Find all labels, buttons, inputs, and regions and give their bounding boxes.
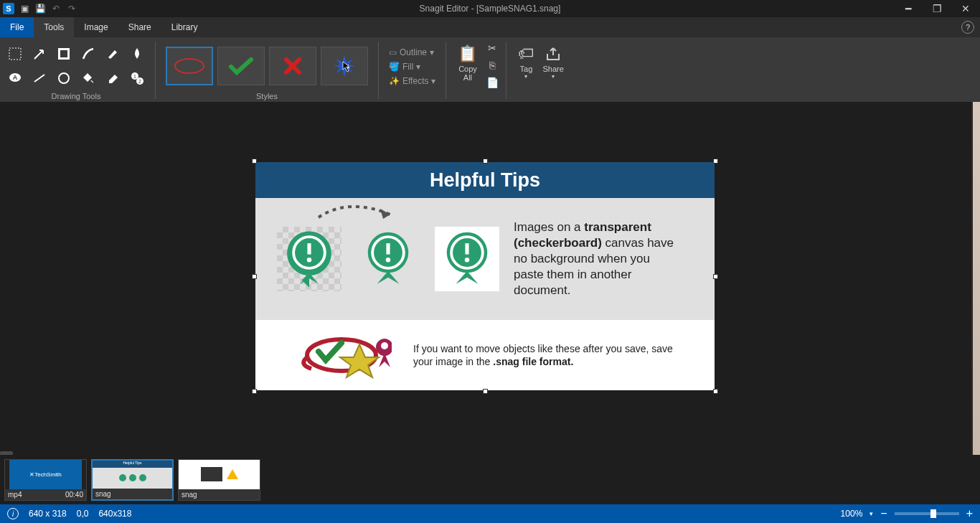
- ribbon-toolbar: A 12 Drawing Tools Styles ▭: [0, 37, 980, 102]
- resize-handle[interactable]: [483, 389, 488, 394]
- style-check-green[interactable]: [217, 47, 265, 85]
- qa-save-icon[interactable]: 💾: [34, 3, 46, 14]
- info-icon[interactable]: i: [7, 508, 19, 519]
- tool-blur[interactable]: [126, 43, 148, 65]
- workspace[interactable]: Helpful Tips Images on a transparent (ch…: [0, 102, 971, 455]
- styles-label: Styles: [256, 92, 278, 102]
- ribbon-divider: [506, 42, 507, 99]
- menu-file[interactable]: File: [0, 17, 34, 37]
- zoom-value[interactable]: 100%: [841, 509, 863, 519]
- paste-button[interactable]: 📄: [486, 76, 499, 89]
- menubar: File Tools Image Share Library ?: [0, 17, 980, 37]
- resize-handle[interactable]: [713, 274, 718, 279]
- zoom-dropdown-icon[interactable]: ▾: [870, 510, 873, 517]
- svg-point-21: [386, 258, 390, 262]
- maximize-button[interactable]: ❐: [923, 0, 951, 17]
- svg-rect-2: [60, 50, 67, 57]
- svg-point-6: [59, 73, 69, 83]
- outline-dropdown[interactable]: ▭ Outline ▾: [386, 46, 438, 59]
- resize-handle[interactable]: [713, 159, 718, 164]
- menu-image[interactable]: Image: [74, 17, 118, 37]
- minimize-button[interactable]: ━: [894, 0, 923, 17]
- pin-checker: [277, 227, 341, 291]
- objects-illustration: [291, 330, 392, 380]
- tool-callout[interactable]: A: [4, 67, 26, 89]
- ribbon-divider: [446, 42, 446, 99]
- tip1-text: Images on a transparent (checkerboard) c…: [514, 220, 679, 298]
- effects-dropdown[interactable]: ✨ Effects ▾: [386, 75, 438, 88]
- svg-point-17: [307, 258, 311, 262]
- menu-tools[interactable]: Tools: [34, 17, 74, 37]
- canvas-area: Helpful Tips Images on a transparent (ch…: [0, 102, 980, 455]
- svg-rect-24: [465, 243, 468, 254]
- tool-line[interactable]: [29, 67, 50, 89]
- pin-white: [435, 227, 499, 291]
- style-x-red[interactable]: [269, 47, 316, 85]
- tool-selection[interactable]: [4, 43, 26, 65]
- resize-handle[interactable]: [252, 159, 257, 164]
- menu-share[interactable]: Share: [118, 17, 161, 37]
- document-canvas[interactable]: Helpful Tips Images on a transparent (ch…: [255, 162, 715, 390]
- tool-shape[interactable]: [53, 67, 75, 89]
- resize-handle[interactable]: [252, 389, 257, 394]
- app-icon: S: [3, 3, 14, 14]
- tool-step[interactable]: 12: [126, 67, 148, 89]
- tool-erase[interactable]: [102, 67, 123, 89]
- tool-arrow[interactable]: [29, 43, 50, 65]
- svg-rect-16: [307, 243, 311, 254]
- svg-rect-20: [386, 243, 390, 254]
- ribbon-divider: [155, 42, 156, 99]
- copy-icon: 📋: [458, 43, 477, 65]
- svg-line-5: [34, 75, 44, 82]
- copy-all-button[interactable]: 📋 CopyAll: [453, 42, 481, 83]
- menu-library[interactable]: Library: [161, 17, 208, 37]
- thumbnail-tray: ✕TechSmith mp400:40 Helpful Tips snag sn…: [0, 455, 980, 504]
- right-panel-edge[interactable]: [973, 102, 980, 455]
- svg-marker-13: [380, 209, 390, 219]
- svg-text:2: 2: [138, 79, 141, 84]
- status-dimensions: 640 x 318: [29, 509, 67, 519]
- style-burst-blue[interactable]: [321, 47, 368, 85]
- titlebar: S ▣ 💾 ↶ ↷ Snagit Editor - [SampleSNAG1.s…: [0, 0, 980, 17]
- zoom-in-button[interactable]: +: [966, 507, 973, 520]
- help-icon[interactable]: ?: [961, 21, 974, 34]
- close-button[interactable]: ✕: [951, 0, 980, 17]
- thumbnail-1[interactable]: ✕TechSmith mp400:40: [4, 459, 87, 501]
- svg-point-25: [465, 258, 469, 262]
- copy-button[interactable]: ⎘: [486, 59, 499, 72]
- fill-dropdown[interactable]: 🪣 Fill ▾: [386, 60, 438, 73]
- svg-rect-0: [9, 48, 21, 60]
- resize-handle[interactable]: [252, 274, 257, 279]
- tool-pen[interactable]: [77, 43, 99, 65]
- zoom-out-button[interactable]: −: [880, 507, 887, 520]
- tag-button[interactable]: 🏷 Tag ▾: [514, 42, 538, 81]
- statusbar: i 640 x 318 0,0 640x318 100% ▾ − +: [0, 504, 980, 523]
- qa-capture-icon[interactable]: ▣: [19, 3, 30, 14]
- share-icon: [545, 43, 562, 65]
- tip2-text: If you want to move objects like these a…: [413, 342, 679, 368]
- cut-button[interactable]: ✂: [486, 42, 499, 55]
- svg-point-28: [381, 342, 388, 349]
- qa-undo-icon[interactable]: ↶: [50, 3, 62, 14]
- svg-text:1: 1: [133, 74, 136, 79]
- tag-icon: 🏷: [518, 43, 534, 65]
- qa-redo-icon[interactable]: ↷: [66, 3, 77, 14]
- pin-transparent: [356, 227, 420, 291]
- thumbnail-2[interactable]: Helpful Tips snag: [91, 459, 174, 501]
- window-title: Snagit Editor - [SampleSNAG1.snag]: [420, 4, 561, 14]
- status-selection: 640x318: [98, 509, 131, 519]
- resize-handle[interactable]: [483, 159, 488, 164]
- resize-handle[interactable]: [713, 389, 718, 394]
- drawing-tools-label: Drawing Tools: [52, 92, 101, 102]
- share-button[interactable]: Share ▾: [538, 42, 567, 81]
- svg-text:A: A: [13, 74, 18, 81]
- tool-stamp[interactable]: [53, 43, 75, 65]
- svg-point-11: [175, 59, 204, 73]
- tool-fill[interactable]: [77, 67, 99, 89]
- status-position: 0,0: [77, 509, 89, 519]
- tool-highlight[interactable]: [102, 43, 123, 65]
- zoom-slider[interactable]: [895, 512, 959, 515]
- ribbon-divider: [378, 42, 379, 99]
- thumbnail-3[interactable]: snag: [178, 459, 260, 501]
- style-oval-red[interactable]: [166, 47, 213, 85]
